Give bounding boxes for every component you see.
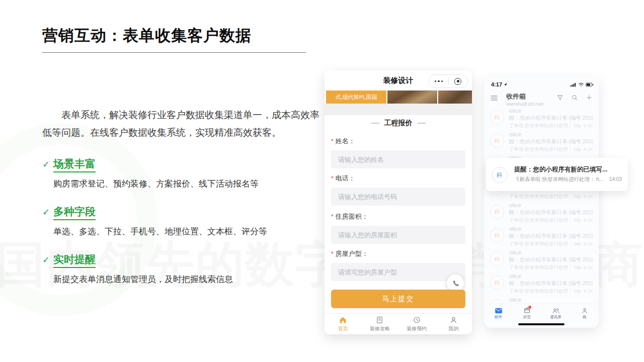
mail-preview-line1: 醒：您的小程序有新订单 (编号 2019... bbox=[509, 209, 593, 216]
new-form-notification-popup[interactable]: 科 提醒：您的小程序有新的已填写... 刂新表单啦 快登录网站进行处理： h..… bbox=[486, 158, 628, 191]
mail-date: 6-24 bbox=[584, 265, 593, 270]
dash-decoration bbox=[418, 123, 426, 124]
tab-mail[interactable]: 邮件 bbox=[484, 304, 513, 322]
status-bar: 4:17 bbox=[491, 80, 594, 88]
miniprogram-capsule bbox=[429, 74, 468, 88]
layout-input[interactable] bbox=[331, 263, 465, 281]
tab-contacts[interactable]: 通讯录 bbox=[541, 304, 570, 322]
page-title: 营销互动：表单收集客户数据 bbox=[42, 25, 252, 46]
tab-mine[interactable]: 我的 bbox=[435, 314, 472, 334]
form-section-title: 工程报价 bbox=[384, 119, 413, 128]
style-tag[interactable]: 式,现代简约,田园 bbox=[326, 90, 386, 104]
field-label: *姓名： bbox=[331, 137, 465, 146]
mail-tabbar: 邮件 好货 通讯录 我 bbox=[484, 304, 599, 322]
miniprogram-tabbar: 首页 装修攻略 装修预约 我的 bbox=[325, 313, 472, 334]
home-indicator[interactable] bbox=[518, 323, 565, 325]
filter-icon[interactable] bbox=[556, 94, 564, 101]
phone-input[interactable] bbox=[331, 188, 465, 206]
required-mark: * bbox=[331, 175, 334, 182]
dash-decoration bbox=[371, 123, 379, 124]
feature-scenes: ✓ 场景丰富 购房需求登记、预约装修、方案报价、线下活动报名等 bbox=[42, 157, 259, 190]
sender-avatar: 科 bbox=[490, 228, 504, 242]
feature-heading: 实时提醒 bbox=[53, 252, 96, 268]
wifi-icon bbox=[578, 82, 584, 87]
tab-goods[interactable]: 好货 bbox=[513, 304, 541, 322]
required-mark: * bbox=[331, 213, 334, 220]
mail-preview-line2: 了单啦 快登录网站进行处理： http://l.... bbox=[509, 288, 581, 295]
mail-preview-line1: 醒：您的小程序有新订单 (编号 2019... bbox=[509, 280, 593, 287]
name-input[interactable] bbox=[331, 150, 465, 168]
notification-badge bbox=[528, 306, 531, 309]
room-photo[interactable] bbox=[387, 90, 437, 104]
inbox-title-block[interactable]: 收件箱 wwmshu@163.com bbox=[506, 92, 543, 107]
mail-preview-line1: 醒：您的小程序有新订单 (编号 2019... bbox=[509, 256, 593, 263]
mail-list-item[interactable]: 科 otice 醒：您的小程序有新订单 (编号 2019... 了单啦 快登录网… bbox=[484, 297, 599, 304]
contacts-icon bbox=[552, 307, 560, 314]
feature-description: 新提交表单消息通知管理员，及时把握线索信息 bbox=[53, 274, 233, 285]
mail-list: 科 otice 醒：您的小程序有新订单 (编号 2019... 了单啦 快登录网… bbox=[484, 108, 599, 304]
mail-list-item[interactable]: 科 otice 醒：您的小程序有新订单 (编号 2019... 了单啦 快登录网… bbox=[484, 249, 599, 273]
more-menu-icon[interactable] bbox=[429, 80, 448, 82]
call-fab-button[interactable] bbox=[447, 275, 464, 292]
close-target-icon[interactable] bbox=[449, 78, 468, 85]
mail-subject: otice bbox=[509, 273, 593, 279]
miniprogram-navbar: 装修设计 bbox=[325, 70, 472, 90]
mail-list-item[interactable]: 科 otice 醒：您的小程序有新订单 (编号 2019... 了单啦 快登录网… bbox=[484, 273, 599, 297]
miniprogram-mockup: 装修设计 式,现代简约,田园 工程报价 *姓名： *电话： bbox=[325, 70, 472, 334]
submit-button[interactable]: 马上提交 bbox=[331, 290, 465, 308]
sender-avatar: 科 bbox=[490, 205, 504, 219]
mail-preview-line2: 了单啦 快登录网站进行处理： http://l.... bbox=[509, 194, 581, 200]
document-icon bbox=[375, 316, 384, 324]
person-icon bbox=[449, 316, 458, 324]
feature-heading: 场景丰富 bbox=[53, 157, 96, 172]
field-label: *住房面积： bbox=[331, 212, 465, 221]
mail-subject: otice bbox=[509, 108, 593, 114]
area-input[interactable] bbox=[331, 226, 465, 244]
feature-description: 购房需求登记、预约装修、方案报价、线下活动报名等 bbox=[53, 178, 259, 190]
mail-subject: otice bbox=[509, 202, 593, 208]
check-icon: ✓ bbox=[42, 159, 50, 170]
form-field-phone: *电话： bbox=[331, 174, 465, 206]
tab-booking[interactable]: 装修预约 bbox=[398, 314, 435, 334]
mail-preview-line2: 了单啦 快登录网站进行处理： http://l.... bbox=[509, 264, 581, 271]
mail-subject: otice bbox=[509, 226, 593, 232]
mail-date: 6-24 bbox=[584, 241, 593, 246]
form-field-layout: *房屋户型： bbox=[331, 249, 465, 281]
location-arrow-icon bbox=[504, 82, 508, 86]
mail-preview-line1: 醒：您的小程序有新订单 (编号 2019... bbox=[509, 138, 593, 145]
inbox-email: wwmshu@163.com bbox=[506, 102, 543, 107]
mail-subject: otice bbox=[509, 249, 593, 255]
form-section-header: 工程报价 bbox=[325, 119, 472, 128]
sender-avatar: 科 bbox=[492, 167, 508, 183]
tab-guide[interactable]: 装修攻略 bbox=[361, 314, 398, 334]
mail-date: 6-24 bbox=[584, 194, 593, 199]
intro-paragraph: 表单系统，解决装修行业客户数据收集渠道单一，成本高效率低等问题。在线客户数据收集… bbox=[42, 106, 324, 141]
section-spacer bbox=[325, 104, 472, 115]
sender-avatar: 科 bbox=[490, 252, 504, 266]
mail-subject: otice bbox=[509, 131, 593, 137]
sender-avatar: 科 bbox=[490, 299, 504, 304]
mail-list-item[interactable]: 科 otice 醒：您的小程序有新订单 (编号 2019... 了单啦 快登录网… bbox=[484, 202, 599, 226]
search-icon[interactable] bbox=[571, 94, 578, 101]
tab-me[interactable]: 我 bbox=[570, 304, 599, 322]
popup-time: 14:03 bbox=[609, 176, 622, 182]
check-icon: ✓ bbox=[42, 254, 50, 265]
mail-date: 6-25 bbox=[584, 123, 593, 128]
mail-date: 6-24 bbox=[584, 218, 593, 223]
person-icon bbox=[581, 307, 588, 314]
room-photo[interactable] bbox=[438, 90, 472, 104]
title-divider bbox=[42, 52, 306, 53]
mail-subject: otice bbox=[509, 297, 593, 303]
style-carousel: 式,现代简约,田园 bbox=[326, 90, 472, 104]
mail-preview-line2: 了单啦 快登录网站进行处理： http://i.q... bbox=[509, 123, 581, 129]
inbox-header: 收件箱 wwmshu@163.com bbox=[484, 92, 599, 108]
mail-list-item[interactable]: 科 otice 醒：您的小程序有新订单 (编号 2019... 了单啦 快登录网… bbox=[484, 108, 599, 131]
mail-date: 6-24 bbox=[584, 289, 593, 294]
popup-preview: 刂新表单啦 快登录网站进行处理： h... bbox=[514, 176, 606, 183]
menu-hamburger-icon[interactable] bbox=[490, 95, 498, 102]
mail-list-item[interactable]: 科 otice 醒：您的小程序有新订单 (编号 2019... 了单啦 快登录网… bbox=[484, 226, 599, 249]
tab-home[interactable]: 首页 bbox=[325, 314, 361, 334]
slide: 国内领先的数字化营销服务商 营销互动：表单收集客户数据 表单系统，解决装修行业客… bbox=[0, 0, 644, 362]
plus-icon[interactable] bbox=[586, 94, 593, 101]
mail-list-item[interactable]: 科 otice 醒：您的小程序有新订单 (编号 2019... 了单啦 快登录网… bbox=[484, 131, 599, 155]
